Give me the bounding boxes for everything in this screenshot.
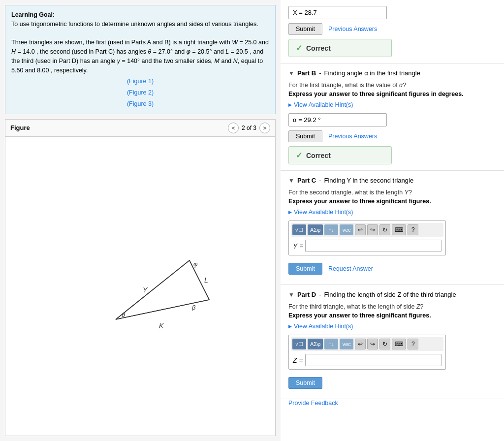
svg-line-3 [116, 260, 189, 319]
part-b-dash: - [319, 69, 321, 77]
part-a-answer-row [288, 6, 496, 19]
part-a-submit-button[interactable]: Submit [288, 23, 322, 35]
part-d-toolbar: √☐ ΑΣφ ↑↓ vec ↩ ↪ ↻ ⌨ ? [291, 337, 443, 351]
learning-goal-body: Three triangles are shown, the first (us… [11, 38, 269, 75]
part-c-input-row: Y = [291, 239, 443, 253]
part-c-request-answer-link[interactable]: Request Answer [328, 265, 373, 272]
figure1-link[interactable]: (Figure 1) [11, 77, 269, 86]
part-d-toolbar-greek[interactable]: ΑΣφ [308, 339, 323, 349]
svg-text:β: β [191, 304, 196, 311]
part-c-header: ▼ Part C - Finding Y in the second trian… [288, 177, 496, 184]
part-b-hint-link[interactable]: View Available Hint(s) [288, 101, 496, 108]
svg-text:θ: θ [122, 311, 125, 318]
part-a-prev-answers-link[interactable]: Previous Answers [328, 26, 377, 32]
right-panel: Submit Previous Answers ✓ Correct ▼ Part… [281, 0, 504, 441]
figure-content: Y θ β φ L K [5, 137, 275, 434]
part-d-toolbar-vec[interactable]: vec [340, 339, 353, 349]
part-b-header: ▼ Part B - Finding angle α in the first … [288, 69, 496, 77]
figure-nav: < 2 of 3 > [228, 123, 270, 133]
part-d-question: For the third triangle, what is the leng… [288, 303, 496, 310]
part-d-collapse[interactable]: ▼ [288, 291, 294, 298]
figure-nav-text: 2 of 3 [242, 125, 256, 131]
part-d-input-row: Z = [291, 353, 443, 367]
part-d-toolbar-sqrt[interactable]: √☐ [292, 339, 306, 349]
part-c-var-label: Y = [293, 242, 303, 250]
figure2-link[interactable]: (Figure 2) [11, 88, 269, 97]
part-d-math-input-area: √☐ ΑΣφ ↑↓ vec ↩ ↪ ↻ ⌨ ? Z = [288, 335, 446, 370]
part-c-label: Part C [297, 177, 316, 184]
part-c-dash: - [319, 177, 321, 184]
part-c-collapse[interactable]: ▼ [288, 177, 294, 184]
part-b-collapse[interactable]: ▼ [288, 70, 294, 77]
figure3-link[interactable]: (Figure 3) [11, 99, 269, 109]
part-d-toolbar-undo[interactable]: ↩ [355, 339, 366, 349]
part-c-toolbar-keyboard[interactable]: ⌨ [392, 224, 406, 235]
svg-text:φ: φ [193, 260, 198, 268]
part-c-question: For the second triangle, what is the len… [288, 189, 496, 196]
part-d-input-field[interactable] [305, 354, 441, 366]
part-d-hint-link[interactable]: View Available Hint(s) [288, 323, 496, 330]
part-d-toolbar-keyboard[interactable]: ⌨ [392, 339, 406, 349]
part-b-submit-button[interactable]: Submit [288, 130, 322, 142]
part-c-toolbar-arrows[interactable]: ↑↓ [324, 224, 338, 235]
part-d-submit-button[interactable]: Submit [288, 377, 322, 389]
part-b-section: ▼ Part B - Finding angle α in the first … [281, 63, 504, 171]
part-c-toolbar: √☐ ΑΣφ ↑↓ vec ↩ ↪ ↻ ⌨ ? [291, 223, 443, 237]
part-a-submit-row: Submit Previous Answers [288, 23, 496, 35]
figure-next-button[interactable]: > [259, 123, 270, 133]
part-c-toolbar-undo[interactable]: ↩ [355, 224, 366, 235]
part-b-answer-input[interactable] [288, 113, 387, 126]
svg-text:Y: Y [143, 286, 148, 294]
part-c-instruction: Express your answer to three significant… [288, 198, 496, 205]
part-d-label: Part D [297, 291, 316, 298]
part-b-prev-answers-link[interactable]: Previous Answers [328, 133, 377, 140]
part-a-correct-label: Correct [306, 44, 331, 52]
learning-goal-box: Learning Goal: To use trigonometric func… [5, 5, 276, 114]
part-d-toolbar-redo[interactable]: ↪ [367, 339, 378, 349]
learning-goal-desc: To use trigonometric functions to determ… [11, 20, 269, 29]
part-c-description: Finding Y in the second triangle [324, 177, 414, 184]
part-b-description: Finding angle α in the first triangle [324, 69, 420, 77]
learning-goal-title: Learning Goal: [11, 10, 269, 20]
part-c-toolbar-sqrt[interactable]: √☐ [292, 224, 306, 235]
figure-svg: Y θ β φ L K [47, 236, 234, 334]
part-c-submit-button[interactable]: Submit [288, 263, 322, 275]
part-d-toolbar-arrows[interactable]: ↑↓ [324, 339, 338, 349]
part-b-label: Part B [297, 69, 316, 77]
part-a-correct-box: ✓ Correct [288, 39, 392, 57]
figure-title: Figure [10, 124, 30, 131]
svg-text:K: K [159, 322, 164, 330]
part-d-description: Finding the length of side Z of the thir… [324, 291, 456, 298]
part-d-instruction: Express your answer to three significant… [288, 312, 496, 319]
part-c-toolbar-redo[interactable]: ↪ [367, 224, 378, 235]
part-c-submit-row: Submit Request Answer [288, 263, 496, 275]
part-c-toolbar-help[interactable]: ? [408, 224, 418, 235]
part-d-toolbar-refresh[interactable]: ↻ [379, 339, 390, 349]
figure-prev-button[interactable]: < [228, 123, 239, 133]
part-d-section: ▼ Part D - Finding the length of side Z … [281, 285, 504, 399]
part-d-toolbar-help[interactable]: ? [408, 339, 418, 349]
part-b-submit-row: Submit Previous Answers [288, 130, 496, 142]
part-c-toolbar-refresh[interactable]: ↻ [379, 224, 390, 235]
part-c-math-input-area: √☐ ΑΣφ ↑↓ vec ↩ ↪ ↻ ⌨ ? Y = [288, 220, 446, 255]
part-a-answer-input[interactable] [288, 6, 387, 19]
part-b-question: For the first triangle, what is the valu… [288, 82, 496, 89]
part-c-input-field[interactable] [305, 240, 441, 252]
provide-feedback-link[interactable]: Provide Feedback [288, 400, 338, 407]
part-c-toolbar-greek[interactable]: ΑΣφ [308, 224, 323, 235]
part-b-instruction: Express your answer to three significant… [288, 91, 496, 97]
part-c-toolbar-vec[interactable]: vec [340, 224, 353, 235]
part-c-hint-link[interactable]: View Available Hint(s) [288, 209, 496, 216]
part-d-var-label: Z = [293, 356, 303, 364]
part-d-dash: - [319, 291, 321, 298]
figure-header: Figure < 2 of 3 > [5, 120, 275, 137]
part-b-answer-row [288, 113, 496, 126]
part-a-section: Submit Previous Answers ✓ Correct [281, 0, 504, 63]
part-a-check-icon: ✓ [296, 43, 302, 53]
part-b-check-icon: ✓ [296, 151, 302, 160]
part-d-header: ▼ Part D - Finding the length of side Z … [288, 291, 496, 298]
part-b-correct-box: ✓ Correct [288, 146, 392, 164]
figure-area: Figure < 2 of 3 > Y θ [5, 119, 276, 437]
part-c-section: ▼ Part C - Finding Y in the second trian… [281, 171, 504, 285]
part-d-submit-row: Submit [288, 377, 496, 389]
